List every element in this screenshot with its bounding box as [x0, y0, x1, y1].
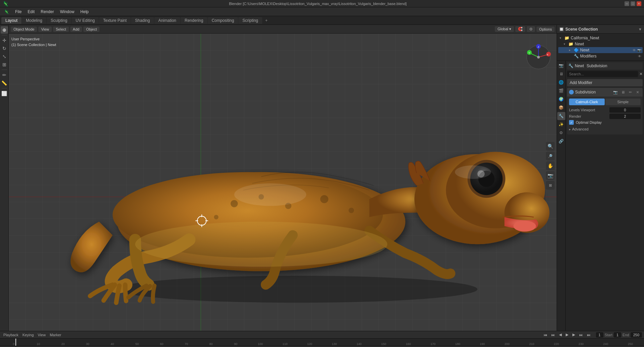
filter-icon[interactable]: ▼: [638, 27, 642, 31]
arrow-modifiers: [569, 54, 572, 58]
prop-tab-constraints[interactable]: 🔗: [557, 137, 565, 145]
jump-start-button[interactable]: ⏮: [542, 333, 549, 337]
add-modifier-button[interactable]: Add Modifier: [567, 79, 643, 86]
proportional-edit[interactable]: ⊙: [527, 26, 535, 32]
modifier-search[interactable]: [567, 71, 638, 77]
rotate-tool[interactable]: ↻: [1, 45, 8, 52]
keying-menu[interactable]: Keying: [21, 333, 35, 337]
orthographic-button[interactable]: ⊞: [546, 181, 555, 190]
tree-item-california-newt[interactable]: ▾ 📁 California_Newt: [558, 35, 643, 41]
tab-animation[interactable]: Animation: [154, 17, 180, 24]
menu-edit[interactable]: Edit: [25, 9, 37, 15]
current-frame[interactable]: 1: [596, 332, 603, 338]
modifier-toggle[interactable]: [569, 90, 574, 94]
next-keyframe-button[interactable]: ⏭: [578, 333, 584, 337]
scale-tool[interactable]: ⤡: [1, 53, 8, 60]
rtoe3: [153, 285, 155, 302]
snap-button[interactable]: 🧲: [515, 26, 525, 32]
levels-viewport-label: Levels Viewport: [569, 108, 609, 112]
levels-viewport-row: Levels Viewport 0: [569, 107, 641, 113]
tree-item-newt-collection[interactable]: ▾ 📁 Newt: [558, 41, 643, 47]
advanced-row[interactable]: ▸ Advanced: [569, 126, 641, 132]
close-button[interactable]: ✕: [637, 1, 641, 6]
select-menu[interactable]: Select: [53, 27, 69, 32]
zoom-out-button[interactable]: 🔎: [546, 152, 555, 160]
levels-viewport-value[interactable]: 0: [609, 107, 641, 113]
viewport[interactable]: Object Mode View Select Add Object Globa…: [9, 25, 557, 331]
prop-tab-particles[interactable]: ✨: [557, 120, 565, 128]
play-button[interactable]: ▶: [564, 332, 570, 337]
render-value[interactable]: 2: [609, 114, 641, 119]
measure-tool[interactable]: 📏: [1, 79, 8, 87]
close-modifier-panel[interactable]: ✕: [639, 72, 643, 76]
prop-tab-physics[interactable]: ⚙: [557, 129, 565, 137]
catmull-clark-button[interactable]: Catmull-Clark: [569, 99, 605, 105]
tab-shading[interactable]: Shading: [131, 17, 154, 24]
tick-40: 40: [100, 342, 125, 346]
tab-rendering[interactable]: Rendering: [180, 17, 207, 24]
annotate-tool[interactable]: ✏: [1, 71, 8, 79]
menu-render[interactable]: Render: [38, 9, 56, 15]
add-tool[interactable]: ⬜: [1, 90, 8, 97]
tab-uv-editing[interactable]: UV Editing: [72, 17, 99, 24]
marker-menu[interactable]: Marker: [48, 333, 63, 337]
viewport-header: Object Mode View Select Add Object Globa…: [9, 25, 557, 34]
menu-window[interactable]: Window: [57, 9, 77, 15]
prev-frame-button[interactable]: ◀: [558, 332, 563, 337]
object-mode-dropdown[interactable]: Object Mode: [11, 27, 37, 32]
optimal-display-checkbox[interactable]: ✓: [569, 120, 574, 125]
start-frame[interactable]: 1: [614, 332, 621, 338]
move-tool[interactable]: ✛: [1, 37, 8, 44]
global-space-dropdown[interactable]: Global ▾: [495, 26, 514, 32]
tab-sculpting[interactable]: Sculpting: [47, 17, 71, 24]
tab-texture-paint[interactable]: Texture Paint: [99, 17, 131, 24]
prop-tab-view[interactable]: 🌐: [557, 78, 565, 86]
mod-camera-icon[interactable]: 📷: [612, 89, 618, 95]
eye-icon-modifiers[interactable]: 👁: [638, 54, 641, 58]
prop-tab-modifier[interactable]: 🔧: [557, 112, 565, 120]
prop-tab-render[interactable]: 📷: [557, 62, 565, 70]
jump-end-button[interactable]: ⏭: [586, 333, 592, 337]
add-menu[interactable]: Add: [70, 27, 82, 32]
end-frame[interactable]: 250: [631, 332, 642, 338]
prop-tab-world[interactable]: 🌍: [557, 95, 565, 103]
menu-file[interactable]: File: [12, 9, 24, 15]
view-menu[interactable]: View: [38, 27, 52, 32]
tab-layout[interactable]: Layout: [1, 17, 22, 24]
separator2: [2, 70, 7, 70]
maximize-button[interactable]: □: [631, 1, 635, 6]
cursor-tool[interactable]: ⊕: [1, 26, 8, 34]
tree-item-newt-object[interactable]: ▸ 🔷 Newt 👁 📷: [558, 47, 643, 53]
prop-tab-scene[interactable]: 🎬: [557, 87, 565, 95]
camera-button[interactable]: 📷: [546, 171, 555, 180]
prop-tab-object[interactable]: 📦: [557, 104, 565, 112]
object-menu[interactable]: Object: [83, 27, 99, 32]
prop-tab-output[interactable]: 🖥: [557, 70, 565, 78]
menu-blender[interactable]: 🦎: [1, 9, 12, 15]
render-icon-newt[interactable]: 📷: [637, 48, 641, 52]
zoom-in-button[interactable]: 🔍: [546, 142, 555, 151]
mod-close-icon[interactable]: ×: [635, 89, 641, 95]
viewport-canvas[interactable]: User Perspective (1) Scene Collection | …: [9, 34, 557, 331]
next-frame-button[interactable]: ▶: [571, 332, 576, 337]
mod-edit-icon[interactable]: ✏: [627, 89, 633, 95]
viewport-gizmo[interactable]: X Y Z: [525, 44, 552, 71]
transform-tool[interactable]: ⊞: [1, 61, 8, 68]
add-workspace-button[interactable]: +: [263, 17, 270, 24]
tick-210: 210: [519, 342, 544, 346]
options-button[interactable]: Options: [536, 27, 555, 32]
viewport-info: User Perspective (1) Scene Collection | …: [11, 36, 56, 47]
playback-menu[interactable]: Playback: [2, 333, 20, 337]
pan-button[interactable]: ✋: [546, 161, 555, 170]
mod-viewport-icon[interactable]: 🖥: [620, 89, 626, 95]
eye-icon-newt[interactable]: 👁: [633, 48, 636, 52]
prev-keyframe-button[interactable]: ⏭: [550, 333, 556, 337]
view-menu-timeline[interactable]: View: [36, 333, 47, 337]
tab-scripting[interactable]: Scripting: [238, 17, 262, 24]
tree-item-modifiers[interactable]: 🔧 Modifiers 👁: [558, 53, 643, 59]
minimize-button[interactable]: ─: [625, 1, 629, 6]
menu-help[interactable]: Help: [78, 9, 91, 15]
simple-button[interactable]: Simple: [605, 99, 641, 105]
tab-modeling[interactable]: Modeling: [22, 17, 46, 24]
tab-compositing[interactable]: Compositing: [208, 17, 238, 24]
